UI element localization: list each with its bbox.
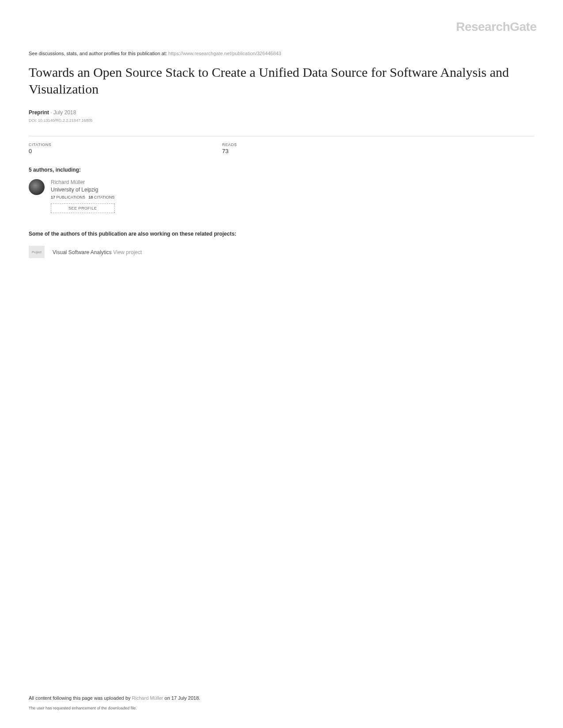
project-badge-icon: Project (29, 246, 45, 258)
page-footer: All content following this page was uplo… (29, 695, 534, 710)
author-cites-count: 18 (88, 195, 93, 199)
author-cites-label: CITATIONS (94, 195, 115, 199)
author-block: Richard Müller University of Leipzig 17 … (29, 179, 534, 213)
page-content: See discussions, stats, and author profi… (0, 0, 563, 258)
publication-title[interactable]: Towards an Open Source Stack to Create a… (29, 64, 534, 97)
footer-suffix: on 17 July 2018. (163, 695, 200, 701)
publication-type: Preprint (29, 109, 49, 116)
discussions-prefix: See discussions, stats, and author profi… (29, 51, 168, 56)
reads-label: READS (222, 143, 412, 147)
publication-url[interactable]: https://www.researchgate.net/publication… (168, 51, 281, 56)
researchgate-logo: ResearchGate (456, 20, 537, 34)
author-pubs-count: 17 (51, 195, 55, 199)
stats-row: CITATIONS 0 READS 73 (29, 136, 534, 154)
publication-date: · July 2018 (50, 109, 76, 116)
discussions-line: See discussions, stats, and author profi… (29, 51, 534, 56)
reads-value: 73 (222, 148, 412, 154)
reads-stat: READS 73 (222, 136, 412, 154)
author-stats: 17 PUBLICATIONS 18 CITATIONS (51, 195, 115, 199)
footer-prefix: All content following this page was uplo… (29, 695, 132, 701)
citations-value: 0 (29, 148, 219, 154)
citations-label: CITATIONS (29, 143, 219, 147)
related-projects-heading: Some of the authors of this publication … (29, 231, 534, 237)
footer-enhancement-note: The user has requested enhancement of th… (29, 706, 534, 710)
see-profile-button[interactable]: SEE PROFILE (51, 203, 115, 213)
footer-uploader[interactable]: Richard Müller (132, 695, 163, 701)
author-avatar[interactable] (29, 179, 45, 195)
project-row: Project Visual Software Analytics View p… (29, 246, 534, 258)
author-info: Richard Müller University of Leipzig 17 … (51, 179, 115, 213)
authors-heading: 5 authors, including: (29, 167, 534, 173)
publication-doi: DOI: 10.13140/RG.2.2.21847.16805 (29, 118, 534, 123)
footer-upload-line: All content following this page was uplo… (29, 695, 534, 701)
citations-stat: CITATIONS 0 (29, 136, 219, 154)
publication-meta: Preprint · July 2018 (29, 109, 534, 116)
author-affiliation[interactable]: University of Leipzig (51, 187, 115, 193)
project-name: Visual Software Analytics (53, 249, 113, 255)
project-text: Visual Software Analytics View project (53, 248, 142, 256)
author-name[interactable]: Richard Müller (51, 179, 115, 185)
view-project-link[interactable]: View project (113, 249, 142, 255)
author-pubs-label: PUBLICATIONS (57, 195, 85, 199)
